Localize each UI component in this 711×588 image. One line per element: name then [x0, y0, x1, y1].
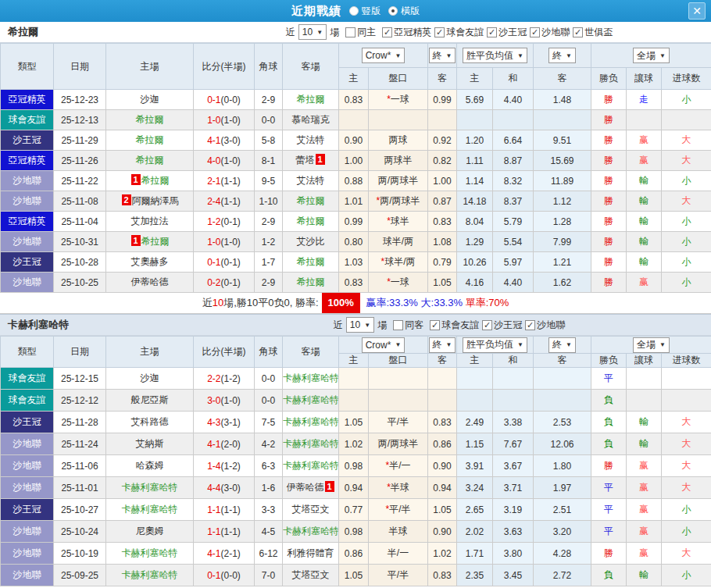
league-type-badge: 亞冠精英 [1, 90, 54, 110]
col-away: 客場 [283, 337, 339, 368]
filter-bar: 近 10▼ 場 同客 ✓球會友誼✓沙王冠✓沙地聯 [188, 317, 711, 333]
col-date: 日期 [54, 44, 106, 90]
filter-league-checkbox[interactable]: ✓沙王冠 [482, 319, 522, 332]
avg-draw-odds: 8.32 [493, 171, 534, 191]
avg-draw-odds: 4.40 [493, 90, 534, 110]
close-button[interactable]: ✕ [688, 2, 706, 20]
match-row: 球會友誼25-12-15沙迦2-2(1-2)0-0卡赫利塞哈特平 [1, 368, 711, 390]
titlebar: 近期戰績 豎版 橫版 ✕ [0, 0, 711, 22]
corner-score: 0-0 [255, 368, 283, 390]
filter-league-checkbox[interactable]: ✓世俱盃 [573, 26, 613, 39]
match-date: 25-12-15 [54, 368, 106, 390]
avg-draw-odds: 3.71 [493, 477, 534, 499]
games-count-select[interactable]: 10▼ [298, 24, 327, 40]
bookmaker-select[interactable]: Crow*▼ [362, 337, 406, 353]
handicap-line: 两球半 [369, 151, 428, 171]
score: 4-4(3-0) [194, 477, 255, 499]
handicap-result-cell: 走 [627, 90, 662, 110]
avg-away-odds: 1.80 [534, 455, 591, 477]
avg-home-odds: 8.04 [457, 212, 493, 232]
match-date: 25-11-26 [54, 151, 106, 171]
filter-league-checkbox[interactable]: ✓沙王冠 [487, 26, 527, 39]
away-team: 希拉爾 [283, 252, 339, 273]
handicap-result-cell: 輸 [627, 232, 662, 252]
league-type-badge: 沙地聯 [1, 171, 54, 191]
away-team: 蕾塔1 [283, 151, 339, 171]
handicap-line [369, 390, 428, 412]
avg-draw-odds: 5.54 [493, 232, 534, 252]
handicap-away-odds: 0.82 [428, 151, 457, 171]
final-odds-select-2[interactable]: 終▼ [548, 48, 576, 63]
avg-draw-odds [493, 368, 534, 390]
col-score: 比分(半場) [194, 44, 255, 90]
filter-league-checkbox[interactable]: ✓亞冠精英 [382, 26, 431, 39]
filter-league-checkbox[interactable]: ✓球會友誼 [434, 26, 484, 39]
handicap-result-cell: 赢 [627, 151, 662, 171]
handicap-away-odds: 0.94 [428, 477, 457, 499]
corner-score: 7-0 [255, 565, 283, 586]
result-cell: 勝 [591, 273, 627, 293]
handicap-result-cell: 輸 [627, 191, 662, 212]
avg-home-odds: 2.35 [457, 565, 493, 586]
col-avg-away: 客 [534, 354, 591, 368]
chevron-down-icon: ▼ [395, 341, 401, 348]
filter-league-checkbox[interactable]: ✓沙地聯 [530, 26, 570, 39]
favorite-star: * [387, 482, 391, 493]
chevron-down-icon: ▼ [566, 52, 572, 59]
filter-league-checkbox[interactable]: ✓球會友誼 [430, 319, 479, 332]
layout-radio-vertical[interactable]: 豎版 [349, 5, 381, 18]
rank-badge: 1 [316, 154, 325, 165]
chevron-down-icon: ▼ [446, 341, 452, 348]
goals-result-cell: 大 [662, 151, 711, 171]
home-team: 艾科路德 [106, 412, 194, 433]
match-row: 球會友誼25-12-12般尼亞斯3-0(1-0)0-0卡赫利塞哈特負 [1, 390, 711, 412]
avg-odds-select[interactable]: 胜平负均值▼ [463, 48, 527, 63]
final-odds-select-1[interactable]: 終▼ [429, 337, 456, 353]
handicap-away-odds [428, 110, 457, 130]
games-count-select[interactable]: 10▼ [346, 317, 374, 333]
away-team: 艾法特 [283, 171, 339, 191]
score: 1-2(0-1) [194, 212, 255, 232]
handicap-home-odds: 0.83 [339, 273, 369, 293]
league-type-badge: 沙地聯 [1, 455, 54, 477]
handicap-line: 半/一 [369, 543, 428, 565]
league-type-badge: 沙地聯 [1, 521, 54, 543]
avg-home-odds: 1.14 [457, 171, 493, 191]
avg-draw-odds: 5.79 [493, 212, 534, 232]
goals-result-cell: 大 [662, 543, 711, 565]
match-row: 沙地聯25-10-19卡赫利塞哈特4-1(2-1)6-12利雅得體育0.86半/… [1, 543, 711, 565]
league-type-badge: 沙王冠 [1, 130, 54, 151]
layout-radio-horizontal[interactable]: 橫版 [388, 5, 420, 18]
home-team: 哈森姆 [106, 455, 194, 477]
checkbox-checked-icon: ✓ [482, 320, 492, 330]
summary-part: 近 [202, 297, 213, 308]
filter-league-checkbox[interactable]: ✓沙地聯 [525, 319, 565, 332]
handicap-home-odds: 0.98 [339, 455, 369, 477]
avg-home-odds: 14.18 [457, 191, 493, 212]
avg-away-odds: 2.51 [534, 499, 591, 521]
handicap-home-odds: 0.88 [339, 171, 369, 191]
handicap-home-odds: 1.01 [339, 191, 369, 212]
handicap-home-odds [339, 110, 369, 130]
final-odds-select-1[interactable]: 終▼ [429, 48, 456, 63]
avg-away-odds [534, 390, 591, 412]
avg-away-odds: 7.99 [534, 232, 591, 252]
away-team: 卡赫利塞哈特 [283, 521, 339, 543]
match-date: 25-11-29 [54, 130, 106, 151]
final-odds-select-2[interactable]: 終▼ [548, 337, 576, 353]
result-cell: 負 [591, 390, 627, 412]
bookmaker-select[interactable]: Crow*▼ [362, 48, 406, 63]
score: 1-0(1-0) [194, 110, 255, 130]
goals-result-cell: 大 [662, 433, 711, 455]
corner-score: 3-3 [255, 499, 283, 521]
same-venue-checkbox[interactable]: 同主 [345, 26, 376, 39]
section-team-2: 卡赫利塞哈特 近 10▼ 場 同客 ✓球會友誼✓沙王冠✓沙地聯 類型 日期 主場… [0, 314, 711, 586]
handicap-result-cell: 輸 [627, 252, 662, 273]
home-team: 艾奧赫多 [106, 252, 194, 273]
handicap-line: 两/两球半 [369, 171, 428, 191]
full-match-select[interactable]: 全場▼ [633, 337, 670, 353]
avg-odds-select[interactable]: 胜平负均值▼ [463, 337, 527, 353]
same-venue-checkbox[interactable]: 同客 [393, 319, 423, 332]
full-match-select[interactable]: 全場▼ [633, 48, 670, 63]
handicap-line: *半球 [369, 477, 428, 499]
